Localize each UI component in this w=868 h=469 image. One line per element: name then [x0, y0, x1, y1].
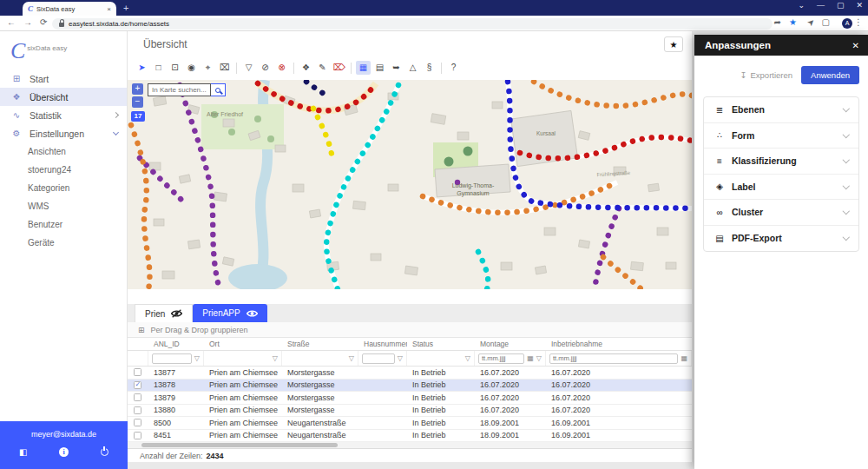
back-icon[interactable]: ← — [7, 17, 16, 27]
filter-clear-icon[interactable]: ⊗ — [274, 61, 289, 75]
edit-tool-icon[interactable]: ✎ — [315, 61, 330, 75]
group-panel[interactable]: ⊞ Per Drag & Drop gruppieren — [128, 322, 692, 338]
collapse-sidebar-icon[interactable]: ◧ — [19, 447, 27, 457]
tab-close-icon[interactable]: × — [107, 5, 111, 13]
export-button[interactable]: ↧ Exportieren — [740, 70, 793, 80]
browser-menu-icon[interactable]: ⋮ — [854, 17, 863, 27]
panel-section-label[interactable]: ◈ Label — [704, 175, 858, 201]
panel-section-pdf-export[interactable]: ▤ PDF-Export — [704, 226, 858, 252]
select-rectangle-icon[interactable]: □ — [151, 61, 166, 75]
panel-section-form[interactable]: ∴ Form — [704, 123, 858, 149]
sidebar-item-kategorien[interactable]: Kategorien — [0, 179, 127, 197]
move-tool-icon[interactable]: ⌖ — [201, 61, 215, 75]
forward-icon[interactable]: → — [23, 17, 32, 27]
filter-anl-id-input[interactable] — [152, 353, 192, 364]
address-bar[interactable]: easytest.sixdata.de/home/assets — [52, 18, 773, 30]
restore-icon[interactable]: ▢ — [837, 1, 845, 10]
panel-section-klassifizierung[interactable]: ≡ Klassifizierung — [704, 149, 858, 175]
table-row[interactable]: 8451Prien am ChiemseeNeugartenstraßeIn B… — [128, 430, 692, 443]
pointer-tool-icon[interactable]: ➤ — [135, 61, 149, 75]
help-icon[interactable]: ? — [446, 61, 461, 75]
bookmark-star-icon[interactable]: ★ — [789, 17, 797, 27]
warning-tool-icon[interactable]: △ — [405, 61, 420, 75]
panel-close-icon[interactable]: ✕ — [852, 41, 859, 50]
tab-prienapp[interactable]: PrienAPP — [193, 304, 266, 322]
col-strasse[interactable]: Straße — [282, 340, 358, 348]
zoom-out-button[interactable]: − — [132, 96, 143, 108]
funnel-icon[interactable]: ▽ — [398, 354, 403, 362]
col-status[interactable]: Status — [407, 340, 475, 348]
sidebar-item-statistik[interactable]: ∿ Statistik — [0, 106, 127, 124]
funnel-icon[interactable]: ▽ — [536, 354, 542, 362]
panel-section-cluster[interactable]: ∞ Cluster — [704, 200, 858, 226]
col-ort[interactable]: Ort — [204, 340, 282, 348]
row-checkbox[interactable] — [134, 381, 141, 389]
sidebar-item-geraete[interactable]: Geräte — [0, 234, 127, 252]
select-polygon-icon[interactable]: ⊡ — [168, 61, 182, 75]
delete-selection-icon[interactable]: ⌦ — [332, 61, 346, 75]
filter-montage-input[interactable] — [478, 353, 524, 364]
close-icon[interactable]: ✕ — [856, 1, 863, 10]
funnel-icon[interactable]: ▽ — [273, 354, 278, 362]
col-anl-id[interactable]: ANL_ID — [148, 340, 204, 348]
document-tool-icon[interactable]: ▤ — [372, 61, 387, 75]
info-icon[interactable] — [59, 447, 69, 457]
funnel-icon[interactable]: ▽ — [349, 354, 354, 362]
delete-tool-icon[interactable]: ⌧ — [217, 61, 232, 75]
favorite-view-button[interactable]: ★ — [664, 36, 683, 52]
sidebar-item-einstellungen[interactable]: ⚙ Einstellungen — [0, 124, 127, 142]
filter-hausnummer-input[interactable] — [362, 353, 395, 364]
row-checkbox[interactable] — [134, 432, 141, 439]
sidebar-item-wms[interactable]: WMS — [0, 197, 127, 215]
export-tool-icon[interactable]: ➥ — [389, 61, 404, 75]
window-menu-icon[interactable]: ⌄ — [798, 1, 805, 10]
table-row[interactable]: 8500Prien am ChiemseeNeugartenstraßeIn B… — [128, 417, 692, 430]
minimize-icon[interactable]: — — [817, 1, 825, 10]
sidebar-item-stoerung24[interactable]: stoerung24 — [0, 161, 127, 179]
sidebar-item-benutzer[interactable]: Benutzer — [0, 215, 127, 234]
row-checkbox[interactable] — [134, 368, 141, 376]
zoom-in-button[interactable]: + — [132, 83, 143, 95]
grid-tabbar: Prien PrienAPP — [128, 304, 692, 322]
row-checkbox[interactable] — [134, 406, 141, 414]
browser-tab[interactable]: C SixData easy × — [23, 2, 116, 16]
row-checkbox[interactable] — [134, 393, 141, 401]
horizontal-scrollbar[interactable] — [128, 442, 692, 448]
table-row[interactable]: 13877Prien am ChiemseeMorstergasseIn Bet… — [128, 367, 692, 380]
funnel-icon[interactable]: ▽ — [194, 354, 200, 362]
share-icon[interactable]: ➦ — [774, 17, 781, 27]
profile-avatar[interactable]: A — [842, 18, 852, 29]
filter-tool-icon[interactable]: ▽ — [241, 61, 256, 75]
new-tab-button[interactable]: + — [123, 3, 128, 13]
tab-prien[interactable]: Prien — [135, 304, 193, 322]
table-row[interactable]: 13880Prien am ChiemseeMorstergasseIn Bet… — [128, 405, 692, 418]
calendar-icon[interactable]: ▦ — [527, 354, 534, 362]
sidebar-item-uebersicht[interactable]: ❖ Übersicht — [0, 88, 127, 106]
attachment-tool-icon[interactable]: § — [422, 61, 437, 75]
sidebar-item-ansichten[interactable]: Ansichten — [0, 142, 127, 161]
split-screen-icon[interactable]: ▢ — [822, 17, 830, 27]
calendar-icon[interactable]: ▦ — [681, 354, 687, 362]
apply-button[interactable]: Anwenden — [801, 66, 859, 84]
reload-icon[interactable]: ⟳ — [40, 17, 47, 27]
table-row-selected[interactable]: 13878Prien am ChiemseeMorstergasseIn Bet… — [128, 380, 692, 393]
add-marker-icon[interactable]: ◉ — [184, 61, 199, 75]
map-view-icon[interactable]: ▦ — [356, 61, 371, 75]
col-hausnummer[interactable]: Hausnummer — [358, 340, 407, 348]
funnel-icon[interactable]: ▽ — [465, 354, 470, 362]
map-canvas[interactable]: Alter Friedhof Kursaal Ludwig-Thoma- Gym… — [128, 80, 692, 289]
map-search-input[interactable] — [148, 83, 211, 96]
pin-icon[interactable]: ➤ — [805, 17, 817, 29]
logout-power-icon[interactable] — [101, 448, 108, 456]
table-row[interactable]: 13879Prien am ChiemseeMorstergasseIn Bet… — [128, 392, 692, 405]
draw-shape-icon[interactable]: ❖ — [299, 61, 313, 75]
filter-remove-icon[interactable]: ⊘ — [258, 61, 273, 75]
row-checkbox[interactable] — [134, 419, 141, 426]
scrollbar-thumb[interactable] — [141, 443, 338, 447]
map-search-button[interactable] — [211, 83, 226, 96]
sidebar-item-start[interactable]: ⊞ Start — [0, 69, 127, 88]
filter-inbetriebnahme-input[interactable] — [549, 353, 678, 364]
panel-section-ebenen[interactable]: ≣ Ebenen — [704, 97, 858, 123]
col-montage[interactable]: Montage — [475, 340, 546, 348]
col-inbetriebnahme[interactable]: Inbetriebnahme — [546, 340, 692, 348]
